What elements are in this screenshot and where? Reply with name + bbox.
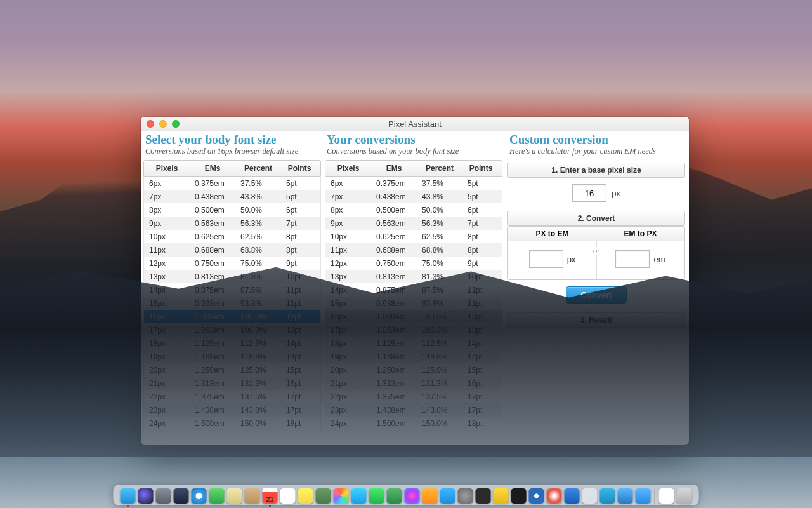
- dock-textedit-icon[interactable]: [582, 488, 598, 504]
- dock-finder-icon[interactable]: [121, 488, 136, 504]
- cell-pt: 7pt: [281, 219, 318, 228]
- cell-pt: 16pt: [462, 379, 499, 388]
- px-input[interactable]: [529, 250, 563, 268]
- table-row[interactable]: 14px0.875em87.5%11pt: [144, 283, 320, 297]
- cell-pct: 112.5%: [417, 339, 462, 348]
- cell-px: 18px: [325, 339, 371, 348]
- table-row[interactable]: 6px0.375em37.5%5pt: [144, 177, 320, 190]
- dock-automator-icon[interactable]: [618, 488, 633, 504]
- titlebar[interactable]: Pixel Assistant: [141, 117, 689, 131]
- table-row[interactable]: 10px0.625em62.5%8pt: [144, 230, 320, 243]
- base-px-input[interactable]: [572, 184, 606, 202]
- dock-numbers-icon[interactable]: [209, 488, 225, 504]
- table-row[interactable]: 23px1.438em143.8%17pt: [144, 403, 320, 417]
- cell-pct: 87.5%: [235, 286, 281, 295]
- dock-grab-icon[interactable]: [636, 488, 651, 504]
- dock-sourcetree-icon[interactable]: [529, 488, 544, 504]
- cell-em: 1.375em: [371, 392, 417, 401]
- dock-contacts-icon[interactable]: [245, 488, 260, 504]
- cell-pt: 13pt: [281, 326, 318, 335]
- table-row[interactable]: 13px0.813em81.3%10pt: [144, 270, 320, 283]
- cell-pct: 62.5%: [417, 232, 462, 241]
- cell-em: 0.688em: [190, 246, 235, 255]
- cell-em: 0.563em: [371, 219, 417, 228]
- dock-preferences-icon[interactable]: [458, 488, 473, 504]
- cell-px: 13px: [325, 272, 371, 281]
- dock-ibooks-icon[interactable]: [422, 488, 438, 504]
- dock-itunes-icon[interactable]: [405, 488, 420, 504]
- dock-maps-icon[interactable]: [387, 488, 402, 504]
- cell-pt: 11pt: [281, 299, 318, 308]
- table-row[interactable]: 16px1.000em100.0%12pt: [144, 310, 320, 323]
- dock-activity-icon[interactable]: [511, 488, 527, 504]
- cell-em: 0.375em: [190, 179, 235, 188]
- cell-pct: 81.3%: [417, 272, 462, 281]
- table-row[interactable]: 7px0.438em43.8%5pt: [144, 190, 320, 203]
- step2-header: 2. Convert: [508, 211, 685, 226]
- table-row[interactable]: 24px1.500em150.0%18pt: [144, 417, 320, 430]
- dock-reminders-icon[interactable]: [280, 488, 296, 504]
- table-row[interactable]: 11px0.688em68.8%8pt: [144, 243, 320, 257]
- dock-terminal-icon[interactable]: [476, 488, 491, 504]
- cell-pt: 8pt: [462, 246, 499, 255]
- cell-em: 0.875em: [371, 286, 417, 295]
- table-row: 11px0.688em68.8%8pt: [325, 243, 502, 257]
- table-row: 9px0.563em56.3%7pt: [325, 217, 502, 230]
- table-row: 8px0.500em50.0%6pt: [325, 203, 502, 217]
- dock-siri-icon[interactable]: [138, 488, 154, 504]
- table-row[interactable]: 20px1.250em125.0%15pt: [144, 363, 320, 377]
- cell-pt: 18pt: [462, 419, 499, 428]
- table-row[interactable]: 19px1.188em118.8%14pt: [144, 350, 320, 363]
- step1-header: 1. Enter a base pixel size: [508, 163, 685, 178]
- cell-px: 13px: [144, 272, 190, 281]
- table-row: 16px1.000em100.0%12pt: [325, 310, 502, 323]
- table-row[interactable]: 18px1.125em112.5%14pt: [144, 337, 320, 350]
- dock-xcode-icon[interactable]: [600, 488, 615, 504]
- cell-px: 10px: [144, 232, 190, 241]
- dock-separator: [655, 490, 655, 504]
- dock-trash-icon[interactable]: [677, 488, 692, 504]
- cell-em: 0.688em: [371, 246, 417, 255]
- dock-console-icon[interactable]: [494, 488, 509, 504]
- table-row[interactable]: 22px1.375em137.5%17pt: [144, 390, 320, 403]
- dock-photos-icon[interactable]: [334, 488, 349, 504]
- table-row[interactable]: 12px0.750em75.0%9pt: [144, 257, 320, 270]
- dock-disc-icon[interactable]: [547, 488, 562, 504]
- cell-pt: 5pt: [462, 192, 499, 201]
- dock-messages-icon[interactable]: [351, 488, 367, 504]
- cell-em: 1.500em: [371, 419, 417, 428]
- cell-pct: 37.5%: [235, 179, 281, 188]
- dock-mission-control-icon[interactable]: [174, 488, 189, 504]
- dock-calendar-icon[interactable]: 21: [263, 488, 278, 504]
- cell-px: 10px: [325, 232, 371, 241]
- cell-pct: 68.8%: [417, 246, 462, 255]
- cell-em: 0.625em: [371, 232, 417, 241]
- table-row[interactable]: 15px0.938em93.8%11pt: [144, 297, 320, 310]
- table-row[interactable]: 9px0.563em56.3%7pt: [144, 217, 320, 230]
- dock-safari-icon[interactable]: [192, 488, 207, 504]
- table-row[interactable]: 17px1.063em106.3%13pt: [144, 323, 320, 337]
- table-row: 15px0.938em93.8%11pt: [325, 297, 502, 310]
- cell-pct: 125.0%: [417, 366, 462, 375]
- table-row[interactable]: 8px0.500em50.0%6pt: [144, 203, 320, 217]
- dock-vscode-icon[interactable]: [565, 488, 580, 504]
- dock-mail-icon[interactable]: [227, 488, 242, 504]
- dock-launchpad-icon[interactable]: [156, 488, 171, 504]
- convert-button[interactable]: Convert: [566, 286, 626, 304]
- cell-em: 0.500em: [371, 206, 417, 215]
- col-c-sub: Here's a calculator for your custom EM n…: [509, 147, 683, 156]
- dock-appstore-icon[interactable]: [440, 488, 455, 504]
- table-row[interactable]: 21px1.313em131.3%16pt: [144, 377, 320, 390]
- cell-px: 20px: [144, 366, 190, 375]
- dock-keynote-icon[interactable]: [316, 488, 331, 504]
- dock-facetime-icon[interactable]: [369, 488, 384, 504]
- em-input[interactable]: [615, 250, 650, 268]
- step3-header: 3. Result: [508, 312, 685, 328]
- dock-document-icon[interactable]: [659, 488, 674, 504]
- cell-em: 1.125em: [371, 339, 417, 348]
- px-unit: px: [567, 255, 576, 264]
- dock-notes-icon[interactable]: [298, 488, 313, 504]
- cell-em: 0.938em: [371, 299, 417, 308]
- cell-pt: 17pt: [281, 392, 318, 401]
- cell-em: 1.250em: [190, 366, 235, 375]
